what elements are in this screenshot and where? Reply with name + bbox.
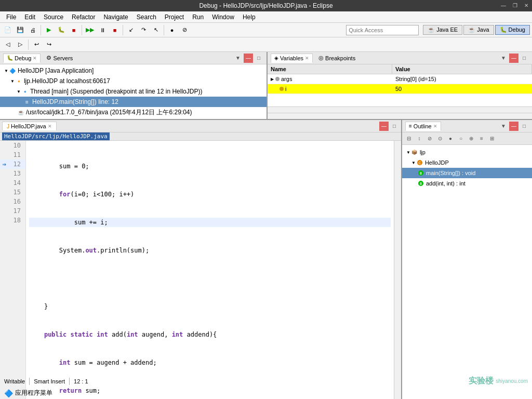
minimize-button[interactable]: — xyxy=(498,0,509,11)
variables-tab[interactable]: ◈ Variables ✕ xyxy=(271,54,313,63)
debug-minimize[interactable]: — xyxy=(244,54,253,63)
vars-view-menu[interactable]: ▼ xyxy=(499,54,508,63)
expand-icon[interactable]: ▼ xyxy=(10,79,15,84)
editor-minimize[interactable]: — xyxy=(379,122,389,131)
expand-icon[interactable]: ▼ xyxy=(17,89,21,94)
run-button[interactable]: ▶ xyxy=(43,24,55,36)
tree-item-thread-main[interactable]: ▼ 🔹 Thread [main] (Suspended (breakpoint… xyxy=(0,86,267,97)
tree-item-main-method[interactable]: ≡ HelloJDP.main(String[]) line: 12 xyxy=(0,97,267,107)
tree-item-java-process[interactable]: ☕ /usr/local/jdk1.7.0_67/bin/java (2015年… xyxy=(0,107,267,118)
outline-minimize[interactable]: — xyxy=(509,122,518,131)
toggle-breakpoint-button[interactable]: ● xyxy=(166,24,178,36)
servers-icon: ⚙ xyxy=(46,55,51,61)
code-area[interactable]: sum = 0; for(i=0; i<100; i++) sum += i; … xyxy=(26,141,394,399)
forward-button[interactable]: ▷ xyxy=(15,39,26,50)
line-num-10: 10 xyxy=(8,141,23,150)
suspend-button[interactable]: ⏸ xyxy=(97,24,108,36)
editor-maximize[interactable]: □ xyxy=(390,122,399,131)
code-line-13: System.out.println(sum); xyxy=(29,246,391,255)
menu-source[interactable]: Source xyxy=(39,12,68,22)
expand-icon[interactable]: ▼ xyxy=(4,69,8,73)
window-controls[interactable]: — ❐ ✕ xyxy=(498,0,532,11)
code-line-15: } xyxy=(29,302,391,311)
step-return-button[interactable]: ↖ xyxy=(150,24,162,36)
outline-collapse[interactable]: ⊟ xyxy=(404,134,414,143)
menu-search[interactable]: Search xyxy=(132,12,161,22)
outline-tab-close[interactable]: ✕ xyxy=(433,124,437,129)
tree-item-ljp[interactable]: ▼ 🔸 ljp.HelloJDP at localhost:60617 xyxy=(0,76,267,86)
outline-more2[interactable]: ⊞ xyxy=(487,134,497,143)
close-button[interactable]: ✕ xyxy=(521,0,532,11)
new-button[interactable]: 📄 xyxy=(2,24,14,36)
debug-maximize[interactable]: □ xyxy=(254,54,263,63)
undo-button[interactable]: ↩ xyxy=(31,39,42,50)
perspective-debug[interactable]: 🐛 Debug xyxy=(495,25,530,35)
outline-item-hellojdp-class[interactable]: ▼ C HelloJDP xyxy=(402,157,532,168)
step-into-button[interactable]: ↙ xyxy=(125,24,137,36)
stop-button[interactable]: ■ xyxy=(68,24,79,36)
tree-label: HelloJDP.main(String[]) line: 12 xyxy=(32,98,118,105)
app-menu-label[interactable]: 应用程序菜单 xyxy=(15,389,52,397)
breakpoints-tab[interactable]: ◎ Breakpoints xyxy=(315,53,359,63)
vars-scrollbar-h[interactable] xyxy=(268,107,532,113)
outline-filter5[interactable]: ⊕ xyxy=(467,134,476,143)
expand-hellojdp[interactable]: ▼ xyxy=(411,161,416,165)
back-button[interactable]: ◁ xyxy=(2,39,14,50)
maximize-button[interactable]: ❐ xyxy=(509,0,521,11)
variables-tab-close[interactable]: ✕ xyxy=(305,56,309,61)
outline-more1[interactable]: ≡ xyxy=(477,134,486,143)
editor-scrollbar-v[interactable] xyxy=(394,141,401,399)
watermark-url: shiyanou.com xyxy=(496,378,528,384)
outline-filter4[interactable]: ○ xyxy=(456,134,466,143)
outline-item-ljp[interactable]: ▼ 📦 ljp xyxy=(402,147,532,157)
tree-item-hellojdp[interactable]: ▼ 🔷 HelloJDP [Java Application] xyxy=(0,65,267,76)
debug-button[interactable]: 🐛 xyxy=(56,24,67,36)
menu-run[interactable]: Run xyxy=(188,12,208,22)
outline-view-menu[interactable]: ▼ xyxy=(499,122,508,131)
quick-access-input[interactable] xyxy=(346,25,419,35)
save-button[interactable]: 💾 xyxy=(15,24,26,36)
vars-row-args[interactable]: ▶ args String[0] (id=15) xyxy=(268,74,532,84)
print-button[interactable]: 🖨 xyxy=(27,24,38,36)
expand-ljp[interactable]: ▼ xyxy=(406,150,410,155)
outline-maximize[interactable]: □ xyxy=(520,122,529,131)
perspective-javaee[interactable]: ☕ Java EE xyxy=(423,25,462,35)
perspective-java[interactable]: ☕ Java xyxy=(463,25,494,35)
gutter-line-11: 11 xyxy=(0,150,25,159)
outline-sort[interactable]: ↕ xyxy=(415,134,424,143)
redo-button[interactable]: ↪ xyxy=(43,39,55,50)
editor-tab-close[interactable]: ✕ xyxy=(48,124,52,129)
debug-tab-close[interactable]: ✕ xyxy=(33,56,37,61)
outline-item-add-method[interactable]: 8 add(int, int) : int xyxy=(402,178,532,189)
vars-row-i[interactable]: i 50 xyxy=(268,84,532,94)
outline-panel: ≡ Outline ✕ ▼ — □ ⊟ ↕ ⊘ ⊙ ● ○ ⊕ ≡ xyxy=(402,120,532,399)
debug-panel: 🐛 Debug ✕ ⚙ Servers ▼ — □ ▼ 🔷 xyxy=(0,52,268,119)
terminate-button[interactable]: ■ xyxy=(109,24,121,36)
vars-maximize[interactable]: □ xyxy=(520,54,529,63)
outline-filter2[interactable]: ⊙ xyxy=(435,134,445,143)
app-icon: 🔷 xyxy=(8,66,17,75)
outline-filter1[interactable]: ⊘ xyxy=(425,134,434,143)
breakpoints-tab-label: Breakpoints xyxy=(325,55,355,61)
menu-edit[interactable]: Edit xyxy=(20,12,39,22)
vars-scrollbar-bottom[interactable] xyxy=(268,113,532,119)
debug-view-menu[interactable]: ▼ xyxy=(233,54,243,63)
resume-button[interactable]: ▶▶ xyxy=(84,24,96,36)
step-over-button[interactable]: ↷ xyxy=(138,24,149,36)
menu-refactor[interactable]: Refactor xyxy=(68,12,99,22)
editor-tab-hellojdp[interactable]: J HelloJDP.java ✕ xyxy=(2,122,57,130)
outline-filter3[interactable]: ● xyxy=(446,134,455,143)
vars-minimize[interactable]: — xyxy=(509,54,518,63)
breadcrumb-path[interactable]: HelloJDP/src/ljp/HelloJDP.java xyxy=(2,132,110,140)
menu-window[interactable]: Window xyxy=(208,12,238,22)
outline-tab[interactable]: ≡ Outline ✕ xyxy=(405,122,441,131)
outline-item-main-method[interactable]: 8 main(String[]) : void xyxy=(402,168,532,178)
menu-help[interactable]: Help xyxy=(238,12,260,22)
menu-file[interactable]: File xyxy=(2,12,20,22)
code-line-12: sum += i; xyxy=(29,218,391,227)
skip-breakpoints-button[interactable]: ⊘ xyxy=(179,24,190,36)
servers-tab[interactable]: ⚙ Servers xyxy=(43,53,76,63)
debug-tab[interactable]: 🐛 Debug ✕ xyxy=(3,54,41,63)
menu-navigate[interactable]: Navigate xyxy=(99,12,132,22)
menu-project[interactable]: Project xyxy=(161,12,188,22)
